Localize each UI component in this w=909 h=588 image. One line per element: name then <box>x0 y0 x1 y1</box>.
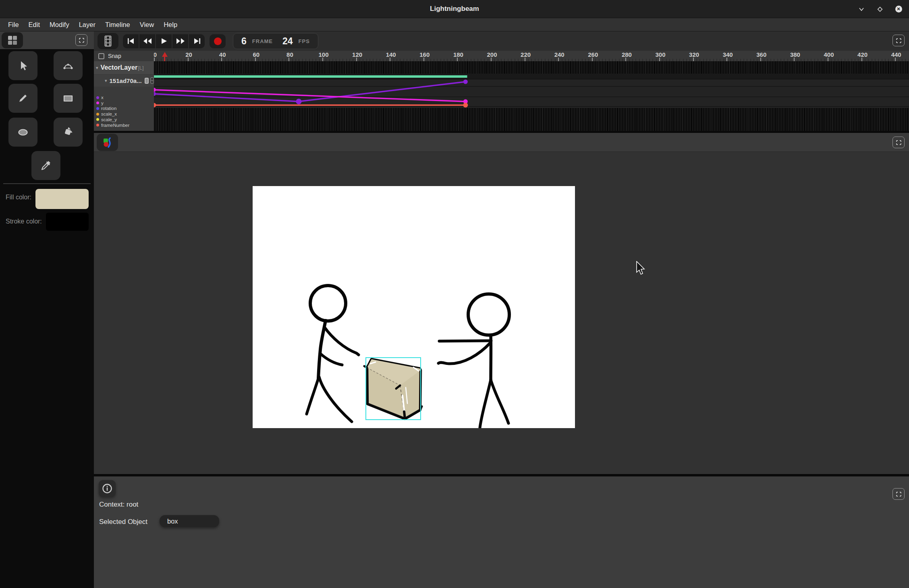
frames-area[interactable] <box>154 61 909 131</box>
timeline-expand-button[interactable] <box>892 35 905 46</box>
keyframe-y[interactable] <box>154 88 156 92</box>
keyframe-frameNumber[interactable] <box>154 103 156 108</box>
node-tool-button[interactable] <box>54 51 83 80</box>
ellipse-tool-button[interactable] <box>8 118 37 147</box>
mouse-cursor <box>636 261 646 276</box>
menu-item-view[interactable]: View <box>135 21 159 29</box>
pencil-icon <box>17 92 29 104</box>
pencil-tool-button[interactable] <box>8 84 37 113</box>
info-icon <box>102 483 112 494</box>
keyframe-x[interactable] <box>463 80 468 84</box>
node-icon <box>62 60 74 72</box>
skip-start-icon <box>127 37 135 45</box>
keyframe-x[interactable] <box>154 92 156 96</box>
panel-grid-button[interactable] <box>2 32 23 48</box>
keyframe-frameNumber[interactable] <box>463 103 468 108</box>
snap-checkbox[interactable] <box>98 53 104 59</box>
title-bar: Lightningbeam ✕ <box>0 0 909 18</box>
menu-bar: FileEditModifyLayerTimelineViewHelp <box>0 18 909 31</box>
maximize-button[interactable] <box>876 5 884 13</box>
object-visibility-badge[interactable] <box>145 78 149 84</box>
stick-figure-left[interactable] <box>307 286 359 422</box>
property-row-scale_x[interactable]: scale_x <box>94 111 154 117</box>
bucket-tool-button[interactable] <box>54 118 83 147</box>
ruler-label: 380 <box>786 51 804 58</box>
menu-item-help[interactable]: Help <box>159 21 182 29</box>
ruler-label: 140 <box>382 51 400 58</box>
rewind-icon <box>143 37 152 45</box>
property-row-x[interactable]: x <box>94 95 154 100</box>
ruler-label: 120 <box>349 51 366 58</box>
play-button[interactable] <box>156 34 172 48</box>
ruler-label: 200 <box>483 51 501 58</box>
fps-unit-label: FPS <box>299 38 310 44</box>
ruler-label: 220 <box>517 51 535 58</box>
stage-drawing <box>253 186 575 428</box>
property-row-y[interactable]: y <box>94 100 154 106</box>
eyedropper-icon <box>40 159 52 172</box>
rewind-button[interactable] <box>139 34 155 48</box>
object-name: 151ad70a... <box>110 77 142 84</box>
ruler-label: 240 <box>550 51 568 58</box>
menu-item-layer[interactable]: Layer <box>74 21 100 29</box>
fill-color-swatch[interactable] <box>35 189 89 209</box>
snap-label: Snap <box>108 53 121 59</box>
snap-row: Snap <box>94 51 154 61</box>
close-icon: ✕ <box>895 6 902 12</box>
object-disclosure-icon[interactable]: ▾ <box>105 78 107 83</box>
object-row[interactable]: ▾ 151ad70a... ~ <box>94 75 154 87</box>
layer-row-vectorlayer[interactable]: ▾ VectorLayer[L] <box>94 61 154 74</box>
ruler-label: 20 <box>180 51 198 58</box>
ruler-label: 100 <box>315 51 332 58</box>
vector-scene-tab[interactable] <box>97 134 118 151</box>
timeline-toolbar: 6 FRAME 24 FPS <box>94 31 909 51</box>
fps-value[interactable]: 24 <box>282 36 293 47</box>
playhead-stem[interactable] <box>164 56 165 61</box>
timeline-ruler-row: Snap 02040608010012014016018020022024026… <box>94 51 909 61</box>
rectangle-tool-button[interactable] <box>54 84 83 113</box>
skip-start-button[interactable] <box>123 34 139 48</box>
fast-forward-icon <box>176 37 185 45</box>
layer-clip-bar[interactable] <box>154 75 467 78</box>
ruler-label: 260 <box>584 51 602 58</box>
current-frame-value[interactable]: 6 <box>241 36 247 47</box>
select-tool-button[interactable] <box>8 51 37 80</box>
inspector-expand-button[interactable] <box>892 488 905 500</box>
film-button[interactable] <box>98 33 118 49</box>
record-button[interactable] <box>210 34 226 48</box>
stage[interactable] <box>253 186 575 428</box>
minimize-button[interactable] <box>857 5 865 13</box>
property-row-frameNumber[interactable]: frameNumber <box>94 122 154 128</box>
menu-item-file[interactable]: File <box>3 21 24 29</box>
close-button[interactable]: ✕ <box>894 5 903 13</box>
property-label: scale_x <box>101 112 117 116</box>
film-strip-icon <box>103 35 113 47</box>
object-tween-badge[interactable]: ~ <box>150 77 154 84</box>
canvas-expand-button[interactable] <box>892 137 905 148</box>
ruler-label: 400 <box>820 51 838 58</box>
property-row-scale_y[interactable]: scale_y <box>94 117 154 122</box>
skip-end-button[interactable] <box>189 34 205 48</box>
box-object[interactable] <box>364 359 422 419</box>
eyedropper-tool-button[interactable] <box>31 151 60 180</box>
stick-figure-right[interactable] <box>438 294 509 428</box>
property-color-dot <box>96 118 99 121</box>
timeline-ruler[interactable]: 0204060801001201401601802002202402602803… <box>154 51 909 61</box>
menu-item-modify[interactable]: Modify <box>45 21 74 29</box>
window-controls: ✕ <box>857 0 903 18</box>
menu-item-edit[interactable]: Edit <box>24 21 45 29</box>
fast-forward-button[interactable] <box>172 34 188 48</box>
fill-color-label: Fill color: <box>6 194 31 201</box>
layer-disclosure-icon[interactable]: ▾ <box>96 65 98 70</box>
window-title: Lightningbeam <box>0 5 909 13</box>
keyframe-x[interactable] <box>296 99 301 104</box>
ruler-label: 340 <box>719 51 737 58</box>
menu-item-timeline[interactable]: Timeline <box>100 21 135 29</box>
select-icon <box>17 60 29 72</box>
property-row-rotation[interactable]: rotation <box>94 106 154 111</box>
stroke-color-swatch[interactable] <box>46 213 89 231</box>
sidebar-expand-button[interactable] <box>75 34 87 46</box>
selected-object-field[interactable]: box <box>160 515 219 527</box>
info-button[interactable] <box>99 480 116 497</box>
fullscreen-icon <box>896 38 902 43</box>
